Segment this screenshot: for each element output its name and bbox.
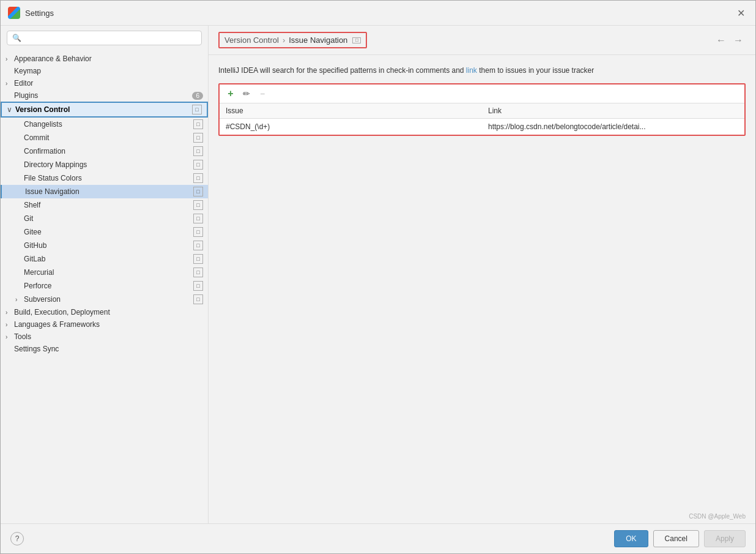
table-row[interactable]: #CSDN_(\d+) https://blog.csdn.net/belong… bbox=[220, 119, 744, 135]
nav-forward-button[interactable]: → bbox=[731, 34, 746, 47]
sidebar-item-issue-navigation[interactable]: Issue Navigation □ bbox=[1, 185, 208, 198]
table-container: + ✏ − Issue Link #CSDN bbox=[218, 83, 746, 136]
nav-arrows: ← → bbox=[714, 34, 746, 47]
sidebar: 🔍 › Appearance & Behavior Keymap › Edito… bbox=[1, 26, 209, 523]
expand-icon: □ bbox=[193, 254, 203, 264]
expand-icon: □ bbox=[193, 227, 203, 237]
expand-icon: □ bbox=[193, 294, 203, 304]
sidebar-item-label: File Status Colors bbox=[24, 174, 193, 182]
search-box[interactable]: 🔍 bbox=[7, 31, 202, 45]
sidebar-item-directory-mappings[interactable]: Directory Mappings □ bbox=[1, 158, 208, 171]
sidebar-item-file-status-colors[interactable]: File Status Colors □ bbox=[1, 171, 208, 185]
arrow-icon: › bbox=[6, 334, 14, 340]
sidebar-item-git[interactable]: Git □ bbox=[1, 212, 208, 225]
arrow-icon: › bbox=[6, 56, 14, 62]
nav-back-button[interactable]: ← bbox=[714, 34, 728, 47]
sidebar-item-label: Directory Mappings bbox=[24, 160, 193, 169]
desc-text2: them to issues in your issue tracker bbox=[477, 66, 594, 75]
sidebar-item-label: Mercurial bbox=[24, 268, 193, 277]
search-input[interactable] bbox=[24, 34, 196, 42]
sidebar-item-label: Version Control bbox=[15, 105, 192, 114]
cell-issue: #CSDN_(\d+) bbox=[220, 119, 482, 135]
column-issue: Issue bbox=[220, 103, 482, 119]
apply-button[interactable]: Apply bbox=[704, 530, 746, 547]
sidebar-item-commit[interactable]: Commit □ bbox=[1, 131, 208, 144]
settings-dialog: Settings ✕ 🔍 › Appearance & Behavior Key… bbox=[0, 0, 756, 554]
sidebar-item-subversion[interactable]: › Subversion □ bbox=[1, 293, 208, 306]
expand-icon: □ bbox=[193, 119, 203, 129]
issue-table: Issue Link #CSDN_(\d+) https://blog.csdn… bbox=[220, 103, 744, 135]
sidebar-item-plugins[interactable]: Plugins 6 bbox=[1, 89, 208, 102]
sidebar-item-mercurial[interactable]: Mercurial □ bbox=[1, 266, 208, 279]
plugins-badge: 6 bbox=[192, 92, 203, 100]
cancel-button[interactable]: Cancel bbox=[653, 530, 699, 547]
sidebar-item-perforce[interactable]: Perforce □ bbox=[1, 279, 208, 293]
dialog-title: Settings bbox=[25, 9, 733, 18]
sidebar-item-changelists[interactable]: Changelists □ bbox=[1, 118, 208, 131]
sidebar-item-editor[interactable]: › Editor bbox=[1, 77, 208, 89]
right-panel: Version Control › Issue Navigation □ ← →… bbox=[209, 26, 755, 523]
app-icon bbox=[8, 7, 20, 19]
expand-icon: □ bbox=[193, 281, 203, 291]
sidebar-item-label: Tools bbox=[14, 332, 203, 341]
expand-icon: □ bbox=[193, 133, 203, 143]
sidebar-item-confirmation[interactable]: Confirmation □ bbox=[1, 144, 208, 158]
ok-button[interactable]: OK bbox=[614, 530, 648, 547]
sidebar-item-label: GitLab bbox=[24, 255, 193, 263]
edit-button[interactable]: ✏ bbox=[240, 88, 253, 100]
expand-icon: □ bbox=[193, 146, 203, 156]
breadcrumb-parent: Version Control bbox=[224, 36, 279, 45]
sidebar-item-label: Gitee bbox=[24, 228, 193, 236]
sidebar-item-label: Issue Navigation bbox=[25, 187, 193, 196]
expand-icon: □ bbox=[193, 268, 203, 277]
cell-link: https://blog.csdn.net/belongtocode/artic… bbox=[482, 119, 744, 135]
sidebar-item-label: Perforce bbox=[24, 282, 193, 290]
sidebar-item-label: Shelf bbox=[24, 201, 193, 209]
expand-icon: □ bbox=[193, 160, 203, 170]
expand-icon: □ bbox=[193, 214, 203, 223]
close-button[interactable]: ✕ bbox=[733, 6, 748, 20]
help-button[interactable]: ? bbox=[10, 532, 24, 545]
sidebar-item-languages[interactable]: › Languages & Frameworks bbox=[1, 318, 208, 331]
breadcrumb: Version Control › Issue Navigation □ bbox=[218, 32, 367, 48]
sidebar-item-settings-sync[interactable]: Settings Sync bbox=[1, 343, 208, 355]
desc-text1: IntelliJ IDEA will search for the specif… bbox=[218, 66, 466, 75]
sidebar-item-label: Editor bbox=[14, 79, 203, 88]
sidebar-tree: › Appearance & Behavior Keymap › Editor … bbox=[1, 50, 208, 523]
table-toolbar: + ✏ − bbox=[220, 84, 744, 103]
sidebar-item-label: Commit bbox=[24, 133, 193, 142]
watermark: CSDN @Apple_Web bbox=[689, 513, 746, 520]
sidebar-item-label: Keymap bbox=[14, 67, 203, 75]
sidebar-item-keymap[interactable]: Keymap bbox=[1, 65, 208, 77]
sidebar-item-label: Settings Sync bbox=[14, 345, 203, 353]
sidebar-item-gitlab[interactable]: GitLab □ bbox=[1, 252, 208, 266]
expand-icon: □ bbox=[193, 241, 203, 250]
arrow-icon: › bbox=[15, 296, 24, 303]
desc-link[interactable]: link bbox=[466, 66, 477, 75]
sidebar-item-github[interactable]: GitHub □ bbox=[1, 239, 208, 252]
breadcrumb-separator: › bbox=[283, 36, 285, 45]
add-button[interactable]: + bbox=[224, 88, 237, 100]
sidebar-item-appearance[interactable]: › Appearance & Behavior bbox=[1, 53, 208, 65]
panel-body: IntelliJ IDEA will search for the specif… bbox=[209, 55, 755, 523]
dialog-footer: ? OK Cancel Apply CSDN @Apple_Web bbox=[1, 523, 755, 553]
sidebar-item-shelf[interactable]: Shelf □ bbox=[1, 198, 208, 212]
breadcrumb-current: Issue Navigation bbox=[289, 36, 347, 45]
sidebar-item-version-control[interactable]: ∨ Version Control □ bbox=[1, 102, 208, 118]
expand-icon: □ bbox=[193, 200, 203, 210]
sidebar-item-label: Plugins bbox=[14, 91, 192, 100]
breadcrumb-mini-icon: □ bbox=[352, 37, 361, 43]
arrow-icon: › bbox=[6, 321, 14, 328]
sidebar-item-label: Changelists bbox=[24, 120, 193, 129]
search-icon: 🔍 bbox=[12, 34, 21, 42]
remove-button[interactable]: − bbox=[256, 88, 269, 100]
sidebar-item-tools[interactable]: › Tools bbox=[1, 331, 208, 343]
sidebar-item-build[interactable]: › Build, Execution, Deployment bbox=[1, 306, 208, 318]
sidebar-item-label: GitHub bbox=[24, 241, 193, 250]
arrow-icon: › bbox=[6, 80, 14, 87]
main-content: 🔍 › Appearance & Behavior Keymap › Edito… bbox=[1, 26, 755, 523]
sidebar-item-gitee[interactable]: Gitee □ bbox=[1, 225, 208, 239]
description-text: IntelliJ IDEA will search for the specif… bbox=[218, 65, 746, 76]
expand-icon: □ bbox=[193, 173, 203, 183]
arrow-icon: › bbox=[6, 309, 14, 316]
